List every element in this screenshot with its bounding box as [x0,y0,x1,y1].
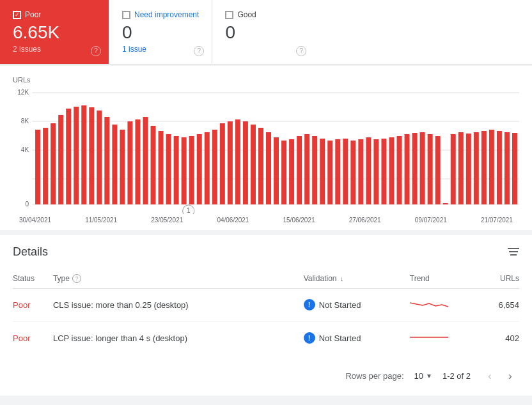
row2-status: Poor [13,321,53,355]
svg-rect-59 [420,132,425,204]
col-status: Status [13,269,53,289]
svg-rect-32 [212,130,217,204]
good-card-header: Good [225,10,301,19]
col-trend: Trend [410,269,481,289]
row2-urls-value: 402 [505,333,519,343]
svg-text:12K: 12K [17,89,29,96]
good-card: Good 0 ? [212,0,314,64]
svg-rect-16 [89,107,94,204]
svg-rect-45 [312,136,317,204]
need-improvement-link[interactable]: Need improvement [134,10,199,19]
svg-rect-68 [489,130,494,204]
svg-rect-40 [274,137,279,204]
svg-rect-23 [143,117,148,204]
svg-rect-13 [66,109,71,204]
svg-rect-25 [159,131,164,204]
need-improvement-value: 0 [122,22,199,43]
need-improvement-checkbox[interactable] [122,11,130,19]
validation-label: Validation [304,274,337,283]
row1-status: Poor [13,288,53,321]
svg-rect-39 [266,132,271,204]
x-label-3: 23/05/2021 [151,217,183,224]
svg-rect-54 [381,139,386,204]
table-row: Poor CLS issue: more than 0.25 (desktop)… [13,288,519,321]
x-label-5: 15/06/2021 [283,217,315,224]
svg-rect-42 [289,139,294,204]
need-improvement-card: Need improvement 0 1 issue ? [109,0,212,64]
good-card-value: 0 [225,22,301,43]
svg-rect-67 [481,131,487,204]
svg-rect-20 [120,130,125,204]
chart-x-labels: 30/04/2021 11/05/2021 23/05/2021 04/06/2… [13,217,519,224]
row2-validation: ! Not Started [304,321,410,355]
svg-text:1: 1 [187,207,191,214]
x-label-2: 11/05/2021 [85,217,117,224]
svg-rect-57 [405,134,410,204]
svg-rect-12 [58,115,63,204]
poor-help-icon[interactable]: ? [91,46,101,56]
chart-label: URLs [13,76,519,84]
row1-type: CLS issue: more than 0.25 (desktop) [53,288,304,321]
rows-per-page-label: Rows per page: [345,371,403,381]
x-label-8: 21/07/2021 [481,217,513,224]
filter-icon[interactable] [508,248,519,256]
pagination-prev-button[interactable]: ‹ [481,367,499,385]
rows-per-page-dropdown-icon: ▼ [426,372,432,379]
svg-rect-31 [205,132,210,204]
pagination: Rows per page: 10 ▼ 1-2 of 2 ‹ › [13,362,519,385]
chart-svg: 12K 8K 4K 0 [13,86,519,214]
svg-rect-55 [389,137,394,204]
svg-rect-56 [397,136,402,204]
svg-rect-17 [97,111,102,204]
col-validation[interactable]: Validation ↓ [304,269,410,289]
svg-rect-27 [174,136,179,204]
poor-card-label: Poor [25,10,41,19]
x-label-6: 27/06/2021 [349,217,381,224]
details-section: Details Status Type ? V [0,235,532,395]
pagination-next-button[interactable]: › [501,367,519,385]
svg-rect-19 [112,125,117,204]
svg-rect-34 [228,121,233,204]
svg-rect-71 [512,133,517,204]
svg-rect-63 [451,134,456,204]
not-started-text-1: Not Started [319,300,361,310]
svg-rect-64 [458,132,464,204]
svg-rect-44 [304,134,309,204]
need-improvement-subtitle: 1 issue [122,45,199,54]
need-improvement-issues-link[interactable]: 1 issue [122,45,146,54]
trend-svg-1 [410,298,448,310]
need-improvement-help-icon[interactable]: ? [194,46,204,56]
svg-rect-26 [166,134,171,204]
svg-text:8K: 8K [21,118,29,125]
poor-card: Poor 6.65K 2 issues ? [0,0,109,64]
svg-text:0: 0 [25,201,29,208]
svg-rect-29 [189,136,194,204]
svg-rect-70 [505,132,510,204]
svg-rect-65 [466,134,471,204]
svg-rect-9 [35,130,40,204]
good-checkbox[interactable] [225,11,233,19]
svg-rect-18 [104,117,109,204]
chart-container: 12K 8K 4K 0 [13,86,519,214]
row1-trend [410,288,481,321]
row1-urls-value: 6,654 [498,300,519,310]
svg-rect-36 [243,121,248,204]
svg-rect-49 [343,139,348,204]
svg-rect-51 [358,139,363,204]
good-help-icon[interactable]: ? [296,46,306,56]
svg-rect-43 [297,136,302,204]
pagination-nav: ‹ › [481,367,519,385]
main-container: Poor 6.65K 2 issues ? Need improvement 0… [0,0,532,405]
details-title: Details [13,245,48,259]
svg-rect-14 [74,107,79,204]
svg-rect-66 [474,132,479,204]
x-label-7: 09/07/2021 [415,217,447,224]
type-help-icon[interactable]: ? [72,274,81,283]
chart-bars [35,105,517,204]
col-type: Type ? [53,269,304,289]
row2-type: LCP issue: longer than 4 s (desktop) [53,321,304,355]
x-label-4: 04/06/2021 [217,217,249,224]
rows-per-page-select[interactable]: 10 ▼ [414,371,432,381]
poor-checkbox[interactable] [13,11,21,19]
svg-rect-21 [127,121,132,204]
